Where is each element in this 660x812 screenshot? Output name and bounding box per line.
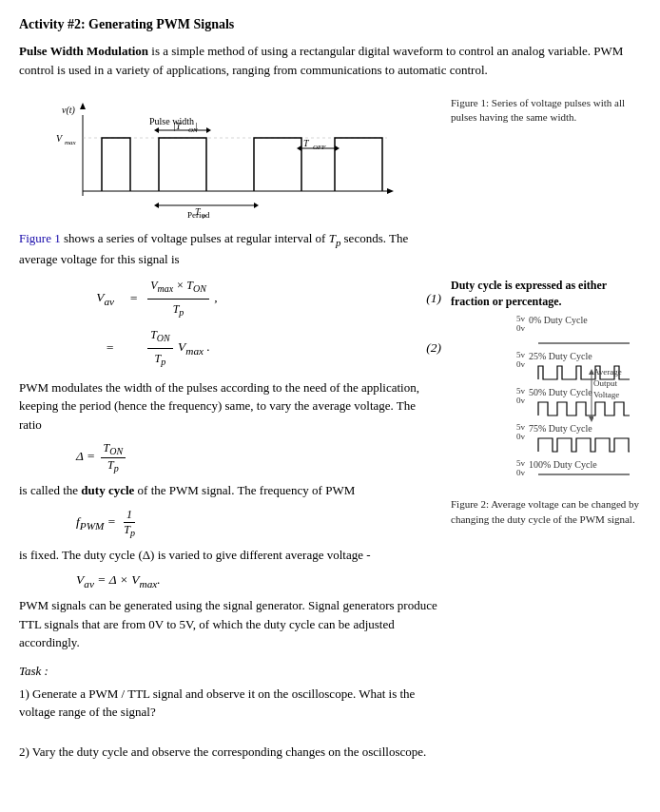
svg-marker-11 (206, 127, 211, 133)
duty-row-0: 5v 0v 0% Duty Cycle (451, 315, 641, 347)
svg-text:Period: Period (187, 210, 210, 220)
svg-marker-30 (589, 416, 593, 422)
left-column: v(t) V max Pulse width (19, 87, 441, 766)
fig2-caption: Figure 2: Average voltage can be changed… (451, 497, 641, 527)
wave-100pct (527, 471, 641, 492)
svg-marker-2 (387, 188, 394, 194)
task-section: Task : 1) Generate a PWM / TTL signal an… (19, 664, 441, 762)
svg-text:V: V (56, 133, 64, 144)
svg-marker-22 (254, 203, 259, 208)
svg-text:Pulse width: Pulse width (149, 116, 194, 126)
eq2-row: = = TON Tp Vmax . (2) (57, 325, 441, 371)
task-label: Task : (19, 664, 441, 679)
svg-text:|T: |T (173, 121, 183, 131)
para3: is called the duty cycle of the PWM sign… (19, 481, 441, 500)
para5: PWM signals can be generated using the s… (19, 596, 441, 652)
figure1-area: Figure 1: Series of voltage pulses with … (451, 96, 641, 126)
wave-0pct (527, 326, 641, 347)
para2: PWM modulates the width of the pulses ac… (19, 378, 441, 435)
svg-marker-10 (154, 127, 159, 133)
vav-equation: Vav = Δ × Vmax. (76, 572, 441, 590)
figure1-caption: Figure 1: Series of voltage pulses with … (451, 96, 641, 126)
duty-cycle-section: Duty cycle is expressed as either fracti… (451, 278, 641, 527)
intro-section: Pulse Width Modulation is a simple metho… (19, 42, 641, 79)
svg-text:|: | (195, 121, 198, 131)
svg-marker-29 (589, 369, 593, 375)
duty-row-75: 5v 0v 75% Duty Cycle (451, 423, 641, 455)
duty-title: Duty cycle is expressed as either fracti… (451, 278, 641, 310)
intro-paragraph: Pulse Width Modulation is a simple metho… (19, 42, 641, 79)
svg-text:max: max (65, 139, 77, 146)
eq1-row: Vav = Vmax × TON Tp , (1) (57, 276, 441, 321)
task1: 1) Generate a PWM / TTL signal and obser… (19, 685, 441, 722)
pwm-diagram: v(t) V max Pulse width (19, 96, 441, 220)
svg-marker-4 (80, 103, 86, 109)
svg-marker-21 (154, 203, 159, 208)
main-layout: v(t) V max Pulse width (19, 87, 641, 766)
svg-marker-16 (297, 145, 301, 151)
duty-row-100: 5v 0v 100% Duty Cycle (451, 459, 641, 492)
wave-75pct (527, 435, 641, 455)
right-column: Figure 1: Series of voltage pulses with … (451, 87, 641, 766)
svg-text:OFF: OFF (313, 144, 326, 151)
pwm-svg: v(t) V max Pulse width (19, 96, 441, 220)
equation-block: Vav = Vmax × TON Tp , (1) = = TON Tp (57, 276, 441, 371)
avg-output-label: Average Output Voltage (593, 367, 643, 400)
para4: is fixed. The duty cycle (Δ) is varied t… (19, 546, 441, 565)
duty-waves-container: 5v 0v 0% Duty Cycle 5v 0v (451, 315, 641, 492)
svg-marker-17 (335, 145, 340, 151)
svg-text:T: T (303, 138, 310, 148)
bold-term: Pulse Width Modulation (19, 44, 148, 58)
fpwm-equation: fPWM = 1 Tp (76, 508, 441, 538)
svg-text:v(t): v(t) (62, 105, 76, 116)
para1: Figure 1 shows a series of voltage pulse… (19, 229, 441, 268)
delta-equation: Δ = TON Tp (76, 441, 441, 474)
page-title: Activity #2: Generating PWM Signals (19, 17, 641, 32)
task2: 2) Vary the duty cycle and observe the c… (19, 743, 441, 762)
figure1-link[interactable]: Figure 1 (19, 231, 61, 245)
